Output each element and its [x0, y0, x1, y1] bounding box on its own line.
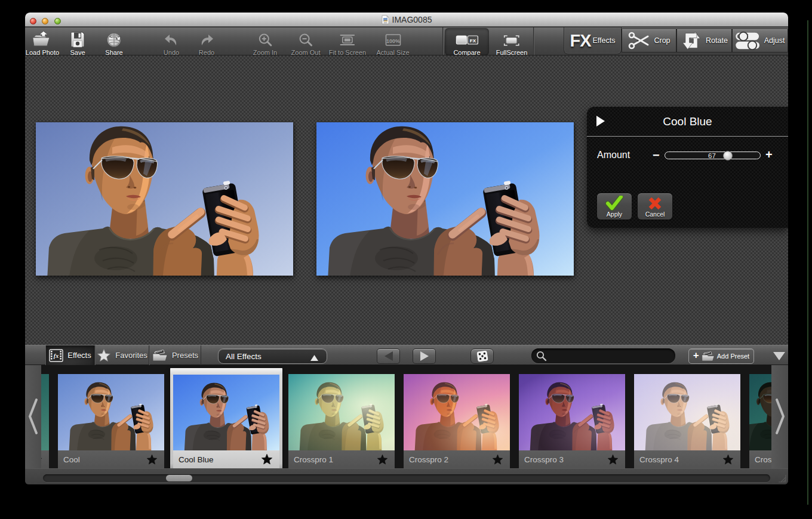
svg-text:fx: fx — [54, 353, 59, 359]
svg-text:100%: 100% — [386, 38, 399, 44]
svg-text:FX: FX — [469, 38, 476, 44]
